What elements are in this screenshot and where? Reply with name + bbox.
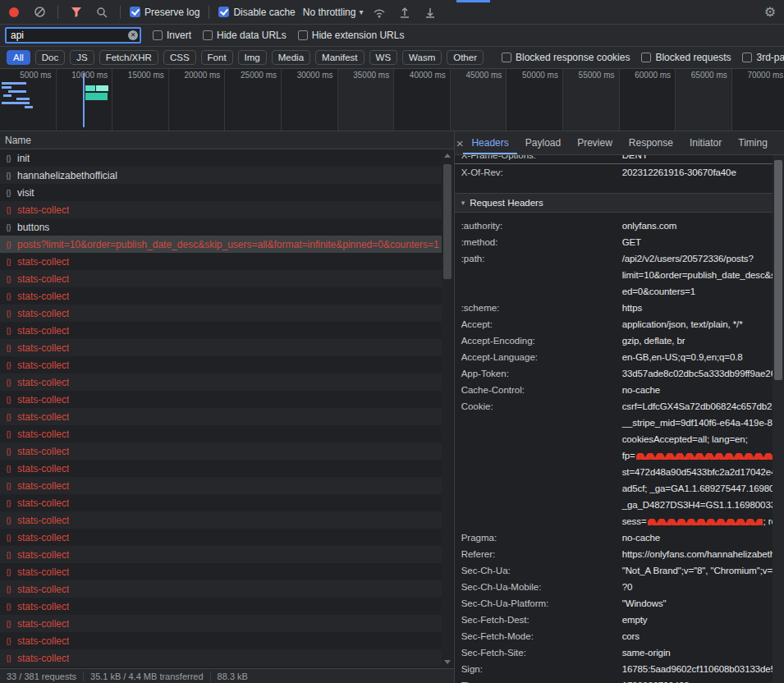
clear-filter-icon[interactable]: ✕ [128, 30, 138, 40]
scroll-down-icon[interactable] [444, 660, 451, 664]
request-row[interactable]: {}stats-collect [0, 201, 442, 218]
header-name: Sec-Ch-Ua-Platform: [461, 595, 622, 612]
request-row[interactable]: {}stats-collect [0, 477, 442, 494]
name-column-header[interactable]: Name [0, 131, 454, 149]
request-list-scrollbar[interactable] [442, 149, 453, 668]
throttling-dropdown[interactable]: No throttling ▾ [303, 7, 364, 18]
type-filter-js[interactable]: JS [70, 50, 94, 65]
type-filter-other[interactable]: Other [447, 50, 484, 65]
filter-toggle-button[interactable] [67, 3, 85, 21]
request-row[interactable]: {}stats-collect [0, 649, 442, 667]
request-row[interactable]: {}stats-collect [0, 391, 442, 408]
type-filter-all[interactable]: All [7, 50, 30, 65]
request-row[interactable]: {}stats-collect [0, 529, 442, 546]
preserve-log-checkbox[interactable]: Preserve log [130, 7, 199, 18]
xhr-icon: {} [3, 172, 14, 180]
scrollbar-thumb[interactable] [443, 164, 452, 279]
disable-cache-checkbox[interactable]: Disable cache [218, 7, 295, 18]
header-name: :scheme: [461, 300, 622, 316]
hide-data-urls-checkbox[interactable]: Hide data URLs [203, 30, 287, 41]
request-row[interactable]: {}stats-collect [0, 425, 442, 442]
type-filter-wasm[interactable]: Wasm [402, 50, 442, 65]
request-row[interactable]: {}stats-collect [0, 563, 442, 580]
hide-data-urls-label: Hide data URLs [217, 30, 287, 41]
network-conditions-button[interactable] [370, 3, 388, 21]
network-overview-timeline[interactable]: 5000 ms10000 ms15000 ms20000 ms25000 ms3… [0, 69, 784, 131]
request-row[interactable]: {}stats-collect [0, 598, 442, 615]
request-row[interactable]: {}stats-collect [0, 494, 442, 511]
scroll-up-icon[interactable] [444, 154, 451, 158]
tab-cookies[interactable]: Cookies [776, 131, 784, 154]
export-har-button[interactable] [421, 3, 439, 21]
header-value: no-cache [622, 529, 773, 546]
request-row[interactable]: {}buttons [0, 218, 442, 236]
search-button[interactable] [93, 3, 111, 21]
type-filter-media[interactable]: Media [272, 50, 310, 65]
request-row[interactable]: {}init [0, 149, 442, 167]
request-row[interactable]: {}stats-collect [0, 615, 442, 632]
header-value: GET [622, 234, 773, 250]
request-headers-section-header[interactable]: ▾ Request Headers [455, 193, 773, 213]
request-row[interactable]: {}stats-collect [0, 305, 442, 322]
xhr-icon: {} [3, 223, 14, 231]
blocked-requests-checkbox[interactable]: Blocked requests [641, 52, 731, 63]
search-icon [96, 7, 108, 18]
clear-button[interactable] [30, 3, 48, 21]
divider [209, 6, 209, 19]
type-filter-font[interactable]: Font [201, 50, 233, 65]
tab-response[interactable]: Response [621, 131, 681, 154]
type-filter-ws[interactable]: WS [369, 50, 398, 65]
header-name: Referer: [461, 546, 622, 562]
request-row[interactable]: {}visit [0, 184, 442, 201]
request-row[interactable]: {}stats-collect [0, 632, 442, 649]
3rd-party-requests-checkbox[interactable]: 3rd-party requests [742, 52, 784, 63]
close-button[interactable]: × [456, 136, 464, 150]
waterfall-overview-bars [0, 69, 784, 131]
header-value: https://onlyfans.com/hannahelizabethoffi… [622, 546, 773, 562]
settings-button[interactable]: ⚙ [761, 3, 779, 21]
tab-payload[interactable]: Payload [517, 131, 569, 154]
tab-preview[interactable]: Preview [569, 131, 621, 154]
tab-initiator[interactable]: Initiator [681, 131, 730, 154]
detail-scrollbar[interactable] [773, 155, 784, 683]
invert-checkbox[interactable]: Invert [153, 30, 191, 41]
request-row[interactable]: {}stats-collect [0, 374, 442, 391]
hide-extension-urls-checkbox[interactable]: Hide extension URLs [298, 30, 405, 41]
type-filter-css[interactable]: CSS [163, 50, 196, 65]
request-row[interactable]: {}hannahelizabethofficial [0, 167, 442, 184]
tab-timing[interactable]: Timing [730, 131, 776, 154]
header-name: Sign: [461, 661, 622, 677]
request-name: stats-collect [17, 446, 69, 457]
header-name: Time: [461, 677, 622, 683]
filter-input[interactable] [5, 27, 141, 44]
type-filter-manifest[interactable]: Manifest [315, 50, 364, 65]
type-filter-doc[interactable]: Doc [35, 50, 65, 65]
blocked-response-cookies-checkbox[interactable]: Blocked response cookies [502, 52, 630, 63]
record-button[interactable] [5, 3, 23, 21]
request-row[interactable]: {}stats-collect [0, 546, 442, 563]
request-row[interactable]: {}stats-collect [0, 270, 442, 287]
request-row[interactable]: {}stats-collect [0, 287, 442, 305]
request-row[interactable]: {}stats-collect [0, 253, 442, 270]
request-row[interactable]: {}stats-collect [0, 322, 442, 339]
header-value: ?0 [622, 579, 773, 595]
header-row: Sign:16785:5aad9602cf110608b03133de56364… [455, 661, 773, 677]
devtools-network-panel: Preserve log Disable cache No throttling… [0, 0, 784, 683]
request-row[interactable]: {}stats-collect [0, 339, 442, 356]
request-row[interactable]: {}stats-collect [0, 356, 442, 374]
scrollbar-thumb[interactable] [774, 160, 782, 380]
request-row[interactable]: {}stats-collect [0, 580, 442, 598]
request-name: stats-collect [17, 411, 69, 423]
type-filter-img[interactable]: Img [238, 50, 267, 65]
checkbox-unchecked-icon [641, 53, 651, 62]
header-row: Sec-Fetch-Site:same-origin [455, 644, 773, 661]
xhr-icon: {} [3, 585, 14, 594]
type-filter-fetch-xhr[interactable]: Fetch/XHR [99, 50, 158, 65]
request-row[interactable]: {}stats-collect [0, 442, 442, 460]
request-row[interactable]: {}stats-collect [0, 511, 442, 529]
request-row[interactable]: {}stats-collect [0, 408, 442, 425]
import-har-button[interactable] [396, 3, 414, 21]
tab-headers[interactable]: Headers [463, 131, 516, 154]
request-row[interactable]: {}stats-collect [0, 460, 442, 477]
request-row[interactable]: {}posts?limit=10&order=publish_date_desc… [0, 236, 442, 253]
